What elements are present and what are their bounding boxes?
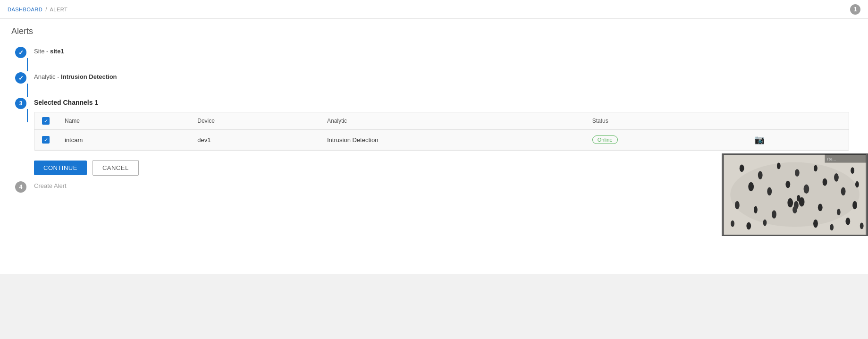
row-status: Online xyxy=(585,130,747,150)
svg-point-11 xyxy=(785,181,790,188)
svg-point-33 xyxy=(860,223,864,229)
svg-point-24 xyxy=(818,204,823,212)
svg-point-6 xyxy=(814,165,817,171)
select-all-checkbox[interactable]: ✓ xyxy=(42,117,50,125)
svg-point-20 xyxy=(797,195,801,202)
svg-point-8 xyxy=(851,167,854,174)
svg-point-26 xyxy=(852,201,857,210)
breadcrumb-dashboard[interactable]: DASHBOARD xyxy=(8,7,42,12)
svg-point-2 xyxy=(740,164,744,172)
th-actions xyxy=(747,112,849,130)
camera-preview-panel: Re... xyxy=(722,153,868,236)
step-1-value: site1 xyxy=(50,48,64,55)
svg-point-30 xyxy=(813,220,818,228)
svg-point-28 xyxy=(746,222,751,230)
th-device: Device xyxy=(190,112,320,130)
step-2-prefix: Analytic - xyxy=(34,73,61,80)
svg-point-21 xyxy=(735,201,740,210)
channel-table-wrapper: ✓ Name Device Analytic Status xyxy=(34,112,849,151)
th-analytic: Analytic xyxy=(320,112,585,130)
th-checkbox: ✓ xyxy=(34,112,57,130)
svg-point-7 xyxy=(834,173,839,182)
status-badge: Online xyxy=(592,136,618,144)
step-2-connector xyxy=(27,84,28,97)
svg-point-25 xyxy=(837,209,841,215)
th-name: Name xyxy=(57,112,190,130)
step-2-value: Intrusion Detection xyxy=(61,73,117,80)
top-bar: DASHBOARD / ALERT 1 xyxy=(0,0,868,19)
svg-point-1 xyxy=(730,162,860,227)
channel-table: ✓ Name Device Analytic Status xyxy=(34,112,849,150)
user-icon[interactable]: 1 xyxy=(850,4,860,15)
svg-point-19 xyxy=(792,206,797,213)
page-title: Alerts xyxy=(11,26,857,36)
breadcrumb-separator: / xyxy=(45,6,47,13)
svg-point-3 xyxy=(758,171,763,179)
svg-point-31 xyxy=(830,224,834,231)
step-1-icon xyxy=(15,47,26,58)
svg-point-15 xyxy=(855,181,859,188)
svg-point-27 xyxy=(731,220,734,227)
svg-text:Re...: Re... xyxy=(827,157,836,161)
continue-button[interactable]: CONTINUE xyxy=(34,161,87,175)
row-preview-cell: 📷 xyxy=(747,130,849,150)
step-1-prefix: Site - xyxy=(34,48,50,55)
svg-point-13 xyxy=(823,178,827,186)
step-1-content: Site - site1 xyxy=(34,46,857,59)
step-2-label: Analytic - Intrusion Detection xyxy=(34,73,857,80)
table-row: ✓ intcam dev1 Intrusion Detection Online… xyxy=(34,130,849,150)
svg-point-10 xyxy=(767,187,772,195)
footer-area xyxy=(0,274,868,339)
row-name: intcam xyxy=(57,130,190,150)
crowd-svg: Re... xyxy=(723,154,867,235)
breadcrumb: DASHBOARD / ALERT xyxy=(8,6,67,13)
svg-point-29 xyxy=(763,220,767,226)
row-checkbox-cell: ✓ xyxy=(34,130,57,150)
svg-point-12 xyxy=(804,185,809,194)
table-header-row: ✓ Name Device Analytic Status xyxy=(34,112,849,130)
svg-point-22 xyxy=(754,206,758,213)
step-1-connector xyxy=(27,58,28,71)
step-1-label: Site - site1 xyxy=(34,48,857,55)
step-2-icon xyxy=(15,72,26,84)
svg-point-4 xyxy=(777,163,781,170)
svg-point-14 xyxy=(841,187,846,195)
row-device: dev1 xyxy=(190,130,320,150)
svg-point-5 xyxy=(795,169,800,177)
step-4-icon: 4 xyxy=(15,181,26,193)
cancel-button[interactable]: CANCEL xyxy=(93,160,139,176)
breadcrumb-alert: ALERT xyxy=(50,7,68,12)
row-analytic: Intrusion Detection xyxy=(320,130,585,150)
svg-point-9 xyxy=(748,182,754,192)
svg-point-32 xyxy=(845,218,850,225)
step-1-row: Site - site1 xyxy=(15,46,857,71)
row-checkbox[interactable]: ✓ xyxy=(42,136,50,144)
svg-point-23 xyxy=(772,210,776,219)
step-3-title: Selected Channels 1 xyxy=(34,99,857,106)
step-3-connector xyxy=(27,109,28,122)
svg-point-16 xyxy=(787,198,793,208)
step-2-content: Analytic - Intrusion Detection xyxy=(34,71,857,85)
th-status: Status xyxy=(585,112,747,130)
preview-icon[interactable]: 📷 xyxy=(754,135,765,144)
step-2-row: Analytic - Intrusion Detection xyxy=(15,71,857,97)
step-3-icon: 3 xyxy=(15,98,26,109)
camera-feed: Re... xyxy=(723,154,867,235)
